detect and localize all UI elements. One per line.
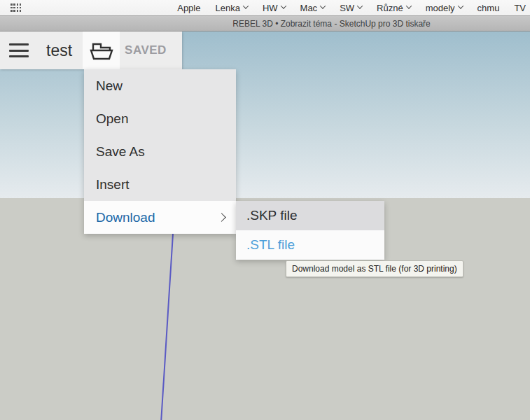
favorite-label: Různé (377, 3, 403, 13)
favorite-label: modely (426, 3, 455, 13)
favorite-label: HW (263, 3, 278, 13)
app-header: test SAVED (0, 31, 182, 69)
menu-item-download[interactable]: Download (84, 201, 236, 234)
chevron-down-icon (243, 3, 249, 8)
modeling-viewport[interactable]: test SAVED New Open Save As Insert Downl… (0, 31, 530, 420)
favorite-label: chmu (477, 3, 500, 13)
favorites-items: Apple Lenka HW Mac SW Různé modely chmu … (177, 3, 526, 13)
favorite-label: Mac (300, 3, 318, 13)
file-menu-button[interactable] (83, 31, 120, 69)
menu-item-open[interactable]: Open (84, 102, 236, 135)
hamburger-menu-icon[interactable] (9, 43, 29, 57)
favorite-hw[interactable]: HW (263, 3, 286, 13)
chevron-down-icon (320, 3, 326, 8)
browser-favorites-bar: Apple Lenka HW Mac SW Různé modely chmu … (0, 0, 530, 15)
download-submenu: .SKP file .STL file (236, 201, 384, 260)
chevron-down-icon (357, 3, 363, 8)
submenu-item-skp-file[interactable]: .SKP file (236, 201, 384, 230)
file-menu-dropdown: New Open Save As Insert Download (84, 69, 236, 234)
favorite-sw[interactable]: SW (340, 3, 362, 13)
menu-item-label: Insert (96, 177, 130, 192)
favorite-apple[interactable]: Apple (177, 3, 200, 13)
favorite-lenka[interactable]: Lenka (215, 3, 247, 13)
menu-item-save-as[interactable]: Save As (84, 135, 236, 168)
favorite-label: Lenka (215, 3, 239, 13)
menu-item-new[interactable]: New (84, 69, 236, 102)
favorite-label: SW (340, 3, 354, 13)
favorite-chmu[interactable]: chmu (477, 3, 500, 13)
favorite-tv[interactable]: TV (514, 3, 526, 13)
favorite-modely[interactable]: modely (426, 3, 463, 13)
menu-item-label: Download (96, 210, 155, 225)
chevron-down-icon (405, 3, 411, 8)
bookmarks-grid-icon[interactable] (11, 4, 21, 11)
save-status-badge: SAVED (125, 43, 167, 57)
favorite-label: TV (514, 3, 526, 13)
tab-title: REBEL 3D • Zobrazit téma - SketchUp pro … (232, 19, 431, 29)
menu-item-label: New (96, 78, 123, 94)
model-name: test (46, 41, 72, 60)
menu-item-label: Open (96, 111, 128, 127)
favorite-label: Apple (177, 3, 200, 13)
favorite-mac[interactable]: Mac (300, 3, 326, 13)
stl-download-tooltip: Download model as STL file (for 3D print… (286, 260, 463, 277)
chevron-down-icon (280, 3, 286, 8)
chevron-right-icon (217, 213, 226, 222)
submenu-item-label: .STL file (246, 237, 295, 253)
chevron-down-icon (457, 3, 463, 8)
menu-item-insert[interactable]: Insert (84, 168, 236, 201)
folder-icon (88, 40, 115, 61)
favorite-ruzne[interactable]: Různé (377, 3, 411, 13)
submenu-item-label: .SKP file (246, 208, 298, 223)
browser-tab-bar[interactable]: REBEL 3D • Zobrazit téma - SketchUp pro … (0, 15, 530, 31)
submenu-item-stl-file[interactable]: .STL file (236, 230, 384, 260)
menu-item-label: Save As (96, 144, 145, 160)
